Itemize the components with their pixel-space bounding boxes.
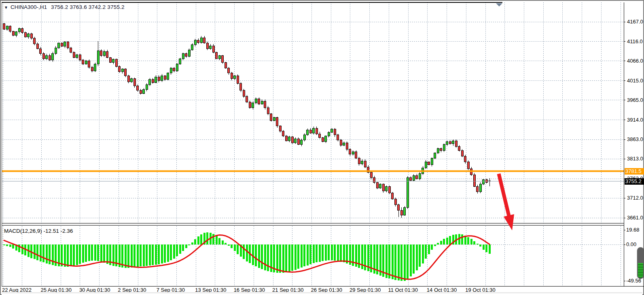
candle-body <box>282 131 284 136</box>
macd-histogram-bar <box>470 239 472 244</box>
macd-histogram-bar <box>143 244 145 266</box>
scroll-indicator-widget[interactable] <box>637 247 644 279</box>
macd-histogram-bar <box>152 244 154 265</box>
candle-body <box>246 96 248 102</box>
candle-body <box>12 32 14 36</box>
candle-body <box>127 76 129 82</box>
macd-histogram-bar <box>410 244 412 276</box>
macd-histogram-bar <box>483 244 485 250</box>
macd-histogram-bar <box>194 239 196 244</box>
candle-body <box>307 130 309 135</box>
candle-body <box>291 137 293 143</box>
candle-body <box>143 90 145 94</box>
macd-histogram-bar <box>82 244 84 263</box>
candle-body <box>176 64 178 71</box>
candle-body <box>9 26 11 32</box>
candle-body <box>319 134 321 138</box>
macd-histogram-bar <box>170 244 172 260</box>
macd-histogram-bar <box>328 244 330 260</box>
candle-body <box>6 26 8 30</box>
symbol-header: ▼CHINA300-,H13756.2 3763.6 3742.2 3755.2 <box>4 4 125 10</box>
price-tick-label: 4015.0 <box>627 78 643 84</box>
candle-body <box>194 40 196 45</box>
candle-body <box>149 80 151 84</box>
price-tick-label: 4116.0 <box>627 38 643 45</box>
candle-body <box>325 136 327 141</box>
macd-histogram-bar <box>179 244 181 254</box>
macd-histogram-bar <box>416 244 418 270</box>
candle-body <box>349 149 351 154</box>
candle-body <box>340 140 342 145</box>
candle-body <box>398 204 400 210</box>
macd-histogram-bar <box>40 244 42 261</box>
candle-body <box>222 55 224 62</box>
candle-body <box>358 158 360 164</box>
macd-histogram-bar <box>264 244 266 270</box>
macd-histogram-bar <box>191 242 193 244</box>
chart-canvas[interactable] <box>1 1 644 295</box>
candle-body <box>449 141 451 144</box>
candle-body <box>70 48 72 53</box>
macd-histogram-bar <box>316 244 318 262</box>
candle-body <box>328 132 330 136</box>
candle-body <box>337 135 339 140</box>
candle-body <box>467 162 469 169</box>
candle-body <box>270 114 272 120</box>
macd-histogram-bar <box>146 244 148 266</box>
price-tick-label: 3712.0 <box>627 195 643 201</box>
candle-body <box>42 54 44 59</box>
macd-histogram-bar <box>67 244 69 267</box>
scroll-indicator-stripes <box>638 263 643 278</box>
candle-body <box>273 118 275 121</box>
candle-body <box>197 40 199 43</box>
candle-body <box>346 143 348 149</box>
candle-body <box>21 28 23 33</box>
symbol-dropdown-icon[interactable]: ▼ <box>4 5 8 10</box>
macd-histogram-bar <box>400 244 402 281</box>
macd-histogram-bar <box>489 244 491 254</box>
ohlc-values: 3756.2 3763.6 3742.2 3755.2 <box>51 4 125 10</box>
candle-body <box>458 147 460 151</box>
candle-body <box>419 174 421 179</box>
macd-histogram-bar <box>331 244 333 260</box>
candle-body <box>461 150 463 156</box>
macd-histogram-bar <box>267 244 269 271</box>
macd-histogram-bar <box>106 244 108 264</box>
hline-price-badge: 3781.5 <box>625 168 644 175</box>
candle-body <box>309 130 311 133</box>
candle-body <box>28 34 30 37</box>
candle-body <box>164 76 166 80</box>
candle-body <box>386 186 388 191</box>
candle-body <box>437 148 439 153</box>
candle-body <box>115 59 117 66</box>
macd-histogram-bar <box>6 244 8 246</box>
candle-body <box>40 48 42 53</box>
price-tick-label: 3661.0 <box>627 215 643 221</box>
candle-body <box>443 145 445 150</box>
candle-body <box>24 33 26 37</box>
candle-body <box>392 193 394 199</box>
candle-body <box>285 136 287 141</box>
candle-body <box>261 101 263 104</box>
candle-body <box>91 67 93 71</box>
candle-body <box>294 139 297 143</box>
macd-histogram-bar <box>443 239 445 244</box>
macd-histogram-bar <box>291 244 293 271</box>
candle-body <box>55 48 57 53</box>
candle-body <box>243 91 245 96</box>
macd-histogram-bar <box>237 244 239 254</box>
macd-histogram-bar <box>34 244 36 259</box>
macd-histogram-bar <box>407 244 409 279</box>
macd-histogram-bar <box>388 244 390 278</box>
candle-body <box>279 126 281 131</box>
macd-histogram-bar <box>182 244 184 251</box>
candle-body <box>297 139 299 144</box>
candle-body <box>407 177 409 207</box>
macd-histogram-bar <box>73 244 75 266</box>
candle-body <box>416 176 418 179</box>
candle-body <box>185 54 187 57</box>
candle-body <box>428 162 430 165</box>
candle-body <box>140 91 142 94</box>
candle-body <box>452 141 454 144</box>
candle-body <box>225 63 227 68</box>
